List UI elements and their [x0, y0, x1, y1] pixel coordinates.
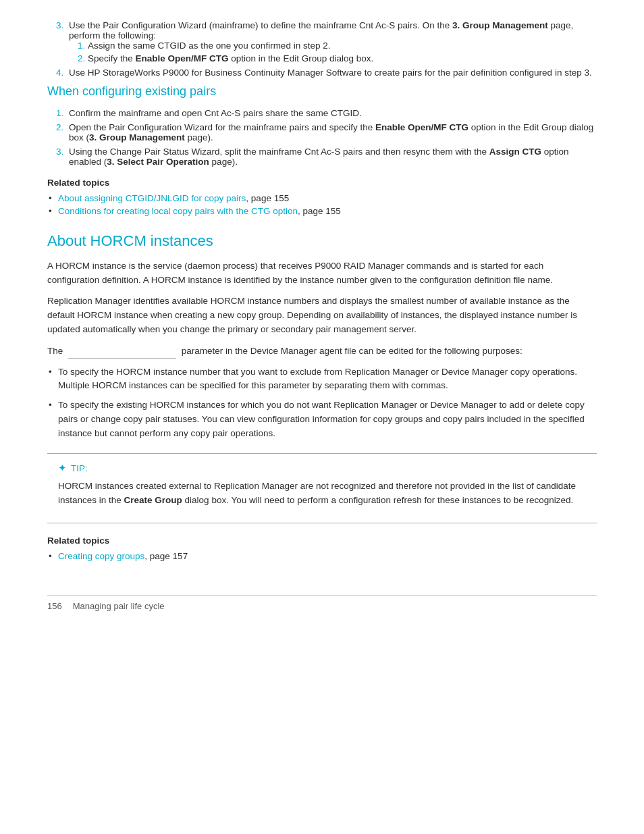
- section1-link-2[interactable]: Conditions for creating local copy pairs…: [58, 206, 298, 216]
- section1-related-item-2: Conditions for creating local copy pairs…: [58, 206, 597, 216]
- intro-item3-text: Use the Pair Configuration Wizard (mainf…: [69, 20, 573, 41]
- intro-list-item-3: Use the Pair Configuration Wizard (mainf…: [66, 20, 597, 63]
- section1-item3-bold2: 3. Select Pair Operation: [107, 157, 209, 167]
- section2-related-list: Creating copy groups, page 157: [47, 551, 597, 561]
- section1-item2-bold2: 3. Group Management: [89, 132, 185, 142]
- section1-item3-text: Using the Change Pair Status Wizard, spl…: [69, 147, 569, 167]
- section1-related-list: About assigning CTGID/JNLGID for copy pa…: [47, 193, 597, 216]
- section2-heading: About HORCM instances: [47, 232, 597, 250]
- intro-sublist: Assign the same CTGID as the one you con…: [69, 41, 597, 63]
- section2-bullets: To specify the HORCM instance number tha…: [47, 365, 597, 442]
- intro-ordered-list: Use the Pair Configuration Wizard (mainf…: [47, 20, 597, 78]
- tip-body: HORCM instances created external to Repl…: [58, 479, 586, 508]
- section1-related-item-1: About assigning CTGID/JNLGID for copy pa…: [58, 193, 597, 203]
- section2-link1-suffix: , page 157: [144, 551, 188, 561]
- tip-box: ✦ TIP: HORCM instances created external …: [47, 453, 597, 523]
- footer-text: Managing pair life cycle: [73, 601, 165, 611]
- tip-bold: Create Group: [124, 495, 182, 505]
- section2-related-topics: Related topics Creating copy groups, pag…: [47, 536, 597, 561]
- section2-related-item-1: Creating copy groups, page 157: [58, 551, 597, 561]
- section2-related-label: Related topics: [47, 536, 597, 546]
- section2-para2: Replication Manager identifies available…: [47, 294, 597, 337]
- intro-list-item-4: Use HP StorageWorks P9000 for Business C…: [66, 68, 597, 78]
- section2-bullet-1: To specify the HORCM instance number tha…: [58, 365, 597, 394]
- section2-para3: The parameter in the Device Manager agen…: [47, 344, 597, 359]
- intro-item4-text: Use HP StorageWorks P9000 for Business C…: [69, 68, 592, 78]
- tip-text2: dialog box. You will need to perform a c…: [182, 495, 573, 505]
- intro-item3-bold: 3. Group Management: [452, 20, 548, 30]
- section1-item2-text: Open the Pair Configuration Wizard for t…: [69, 122, 593, 142]
- section2-para3-prefix: The: [47, 346, 63, 356]
- footer: 156 Managing pair life cycle: [47, 595, 597, 611]
- section1-link2-suffix: , page 155: [298, 206, 341, 216]
- section2-para3-suffix: parameter in the Device Manager agent fi…: [182, 346, 522, 356]
- section2-para1: A HORCM instance is the service (daemon …: [47, 259, 597, 288]
- section1-item2-bold1: Enable Open/MF CTG: [375, 122, 468, 132]
- tip-label-row: ✦ TIP:: [58, 462, 586, 474]
- tip-label-text: TIP:: [71, 463, 88, 473]
- intro-sub1-text: Assign the same CTGID as the one you con…: [88, 41, 330, 51]
- section2-param-placeholder: [68, 344, 176, 359]
- section1-item1-text: Confirm the mainframe and open Cnt Ac-S …: [69, 108, 362, 118]
- tip-icon: ✦: [58, 462, 67, 474]
- section2-link-1[interactable]: Creating copy groups: [58, 551, 144, 561]
- section1-item-2: Open the Pair Configuration Wizard for t…: [66, 122, 597, 142]
- section1-related-label: Related topics: [47, 178, 597, 188]
- section1-item-3: Using the Change Pair Status Wizard, spl…: [66, 147, 597, 167]
- section1-list: Confirm the mainframe and open Cnt Ac-S …: [47, 108, 597, 167]
- section2-bullet-2: To specify the existing HORCM instances …: [58, 398, 597, 441]
- section1-link-1[interactable]: About assigning CTGID/JNLGID for copy pa…: [58, 193, 246, 203]
- section1-item-1: Confirm the mainframe and open Cnt Ac-S …: [66, 108, 597, 118]
- intro-sub2-text: Specify the Enable Open/MF CTG option in…: [88, 53, 373, 63]
- section1-heading: When configuring existing pairs: [47, 84, 597, 99]
- section1-related-topics: Related topics About assigning CTGID/JNL…: [47, 178, 597, 216]
- section1-link1-suffix: , page 155: [246, 193, 289, 203]
- section1-item3-bold1: Assign CTG: [489, 147, 541, 157]
- intro-sub-item-1: Assign the same CTGID as the one you con…: [88, 41, 597, 51]
- footer-page-number: 156: [47, 601, 62, 611]
- intro-sub-item-2: Specify the Enable Open/MF CTG option in…: [88, 53, 597, 63]
